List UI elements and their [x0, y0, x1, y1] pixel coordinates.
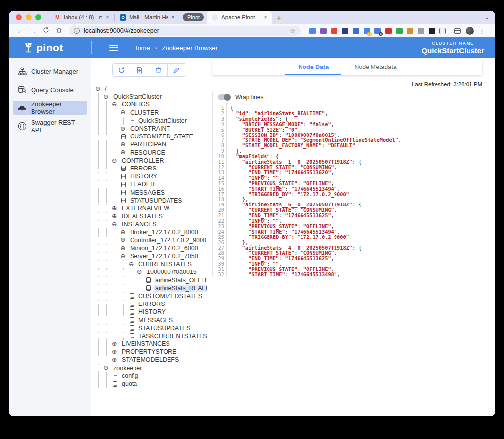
new-tab-button[interactable]: + [277, 13, 281, 22]
edit-node-button[interactable] [168, 64, 185, 76]
browser-tab-outlook[interactable]: O Mail - Martin Heller - Outlook × [115, 11, 180, 24]
minimize-window-button[interactable] [26, 14, 32, 20]
tree-node[interactable]: STATUSUPDATES [95, 197, 207, 204]
tab-node-metadata[interactable]: Node Metadata [341, 59, 409, 75]
refresh-button[interactable] [113, 64, 131, 76]
tree-node-label[interactable]: TASKCURRENTSTATES [137, 333, 207, 339]
wrap-lines-toggle[interactable] [218, 94, 231, 100]
browser-tab-apache-pinot[interactable]: Apache Pinot × [207, 11, 272, 24]
tree-node[interactable]: ⊕Controller_172.17.0.2_9000 [95, 236, 207, 244]
calendar-extension-icon[interactable]: 23 [364, 28, 370, 34]
tree-node-label[interactable]: MESSAGES [137, 317, 174, 324]
tree-node[interactable]: ⊕LIVEINSTANCES [95, 340, 207, 348]
tree-node-label[interactable]: RESOURCE [129, 149, 167, 156]
tree-node-label[interactable]: ERRORS [137, 301, 166, 307]
tree-node[interactable]: ⊕Broker_172.17.0.2_8000 [95, 228, 207, 236]
add-node-button[interactable] [131, 64, 149, 76]
tree-node[interactable]: config [95, 372, 207, 380]
url-text[interactable]: localhost:9000/#/zookeeper [84, 27, 286, 34]
tree-node-label[interactable]: CONTROLLER [120, 157, 165, 164]
tree-node[interactable]: MESSAGES [95, 316, 207, 324]
tree-node[interactable]: ⊕IDEALSTATES [95, 212, 207, 220]
tree-node[interactable]: ⊖/ [95, 85, 207, 93]
collapse-icon[interactable]: ⊖ [95, 86, 103, 92]
menu-hamburger-icon[interactable] [109, 45, 118, 51]
bookmark-extension-icon[interactable] [353, 28, 359, 34]
tree-node[interactable]: QuickStartCluster [95, 117, 207, 125]
tree-node-label[interactable]: IDEALSTATES [120, 213, 164, 220]
tree-node-label[interactable]: STATUSUPDATES [129, 197, 184, 204]
tree-node[interactable]: MESSAGES [95, 188, 207, 196]
tree-node[interactable]: HISTORY [95, 172, 207, 180]
tree-node-label[interactable]: airlineStats_REALTIME [154, 285, 207, 292]
sidebar-item-query-console[interactable]: Query Console [13, 82, 87, 97]
tree-node-label[interactable]: config [120, 372, 139, 379]
tree-node-label[interactable]: ERRORS [129, 165, 158, 172]
tree-node[interactable]: ⊕RESOURCE [95, 149, 207, 157]
tree-node-label[interactable]: quota [120, 380, 138, 387]
tree-node-label[interactable]: EXTERNALVIEW [120, 205, 171, 212]
tree-node-label[interactable]: INSTANCES [120, 221, 158, 228]
tree-node[interactable]: ERRORS [95, 300, 207, 308]
tree-node-label[interactable]: PROPERTYSTORE [120, 348, 178, 355]
tree-node-label[interactable]: airlineStats_OFFLINE [154, 277, 207, 284]
tab-search-chevron-icon[interactable]: ⌄ [485, 15, 489, 20]
delete-node-button[interactable] [149, 64, 168, 76]
back-button[interactable]: ← [15, 27, 26, 34]
tree-node-label[interactable]: LIVEINSTANCES [120, 340, 171, 347]
tree-node[interactable]: STATUSUPDATES [95, 324, 207, 332]
tree-node[interactable]: ⊖10000007f0a0015 [95, 268, 207, 276]
tree-node-label[interactable]: QuickStartCluster [112, 93, 163, 100]
tree-node[interactable]: airlineStats_REALTIME [95, 284, 207, 292]
tab-node-data[interactable]: Node Data [285, 59, 341, 75]
tree-node-label[interactable]: CURRENTSTATES [137, 261, 193, 268]
acrobat-extension-icon[interactable] [385, 28, 392, 34]
dark-app-extension-icon[interactable] [342, 28, 348, 34]
tree-node-label[interactable]: QuickStartCluster [137, 117, 188, 124]
tab-group-pinot[interactable]: Pinot [183, 13, 204, 21]
reload-button[interactable] [40, 27, 51, 34]
tree-node-label[interactable]: 10000007f0a0015 [145, 269, 198, 275]
tree-node-label[interactable]: Server_172.17.0.2_7050 [129, 253, 200, 260]
flower-extension-icon[interactable] [320, 28, 327, 34]
sidebar-item-cluster-manager[interactable]: Cluster Manager [13, 64, 87, 79]
site-info-icon[interactable]: i [74, 28, 80, 34]
tree-node[interactable]: CUSTOMIZEDSTATES [95, 292, 207, 300]
tree-node-label[interactable]: zookeeper [112, 365, 143, 371]
tree-node-label[interactable]: PARTICIPANT [129, 141, 171, 148]
tree-node[interactable]: ⊕PROPERTYSTORE [95, 348, 207, 356]
clipboard-extension-icon[interactable] [439, 28, 446, 34]
tab-counter-extension-icon[interactable]: 6 [374, 28, 381, 34]
sidebar-item-zookeeper-browser[interactable]: Zookeeper Browser [13, 101, 87, 115]
tree-node[interactable]: CUSTOMIZED_STATE [95, 133, 207, 140]
tree-node[interactable]: ⊖INSTANCES [95, 220, 207, 228]
tree-node[interactable]: ⊖QuickStartCluster [95, 93, 207, 101]
bookmark-star-icon[interactable]: ☆ [290, 27, 296, 34]
tab-close-icon[interactable]: × [105, 14, 110, 21]
tree-node[interactable]: ⊕CONSTRAINT [95, 125, 207, 133]
tree-node-label[interactable]: CLUSTER [129, 109, 160, 116]
tree-node-label[interactable]: Broker_172.17.0.2_8000 [129, 229, 200, 236]
reading-list-icon[interactable] [454, 28, 461, 34]
tree-node-label[interactable]: CONSTRAINT [129, 125, 171, 132]
tree-node[interactable]: quota [95, 380, 207, 388]
tree-node[interactable]: ⊖CONTROLLER [95, 157, 207, 165]
tab-close-icon[interactable]: × [170, 14, 176, 21]
gmail-extension-icon[interactable] [331, 28, 337, 34]
tree-node-label[interactable]: HISTORY [137, 308, 167, 315]
tree-node[interactable]: ERRORS [95, 165, 207, 172]
tree-node-label[interactable]: HISTORY [129, 173, 159, 180]
tree-node-label[interactable]: / [103, 85, 108, 92]
tree-node[interactable]: HISTORY [95, 308, 207, 316]
tree-node[interactable]: ⊕EXTERNALVIEW [95, 204, 207, 212]
dark-terminal-extension-icon[interactable] [429, 28, 435, 34]
tree-node[interactable]: ⊕PARTICIPANT [95, 140, 207, 148]
tree-node-label[interactable]: STATEMODELDEFS [120, 356, 180, 363]
tree-node[interactable]: ⊖CONFIGS [95, 101, 207, 108]
tree-node[interactable]: ⊖CURRENTSTATES [95, 260, 207, 268]
maximize-window-button[interactable] [35, 14, 41, 20]
tree-node-label[interactable]: Controller_172.17.0.2_9000 [129, 237, 207, 244]
home-button[interactable] [53, 27, 64, 34]
close-window-button[interactable] [16, 14, 22, 20]
notebook-extension-icon[interactable] [407, 28, 413, 34]
